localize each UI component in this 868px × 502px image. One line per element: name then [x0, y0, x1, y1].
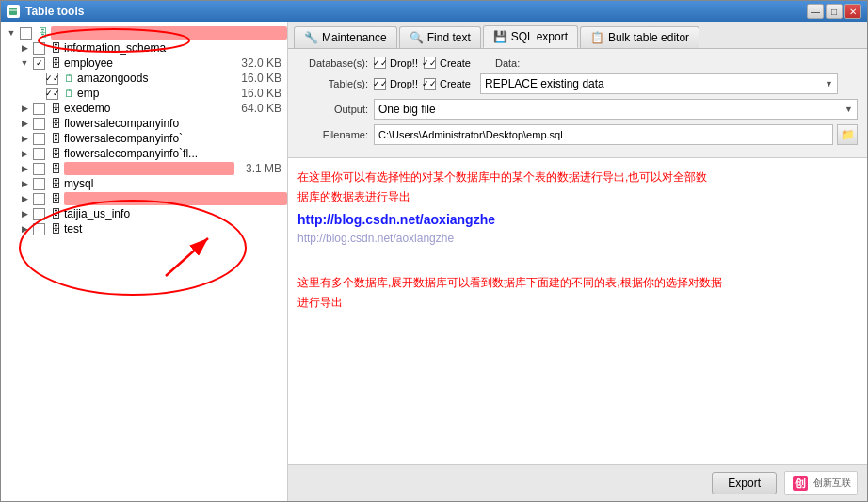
tree-item-taijia[interactable]: ▶ 🗄 taijia_us_info — [1, 206, 287, 221]
title-bar: Table tools — □ ✕ — [1, 1, 867, 22]
tree-item-fsc3[interactable]: ▶ 🗄 flowersalecompanyinfo`fl... — [1, 146, 287, 161]
filename-input-group: 📁 — [374, 124, 858, 145]
expand-icon[interactable]: ▼ — [5, 26, 18, 40]
tree-panel: ▼ 🗄 ▶ 🗄 information_schema ▼ 🗄 employee — [1, 22, 288, 501]
table-icon-amazongoods: 🗒 — [62, 72, 75, 85]
tree-checkbox-test[interactable] — [33, 223, 45, 235]
tree-checkbox-root[interactable] — [20, 27, 32, 40]
tbl-drop-group: ✓ Drop!! — [374, 78, 418, 90]
expand-icon[interactable]: ▶ — [18, 41, 31, 55]
tab-sql-export[interactable]: 💾 SQL export — [483, 25, 578, 48]
tree-label-h2 — [64, 192, 287, 205]
tree-checkbox-taijia[interactable] — [33, 208, 45, 220]
db-drop-checkbox[interactable]: ✓ — [374, 57, 386, 69]
tree-item-fsc1[interactable]: ▶ 🗄 flowersalecompanyinfo — [1, 116, 287, 131]
tree-checkbox-h1[interactable] — [33, 163, 45, 175]
db-icon-employee: 🗄 — [49, 57, 62, 70]
table-row: Table(s): ✓ Drop!! ✓ Create REPLACE exis… — [297, 73, 858, 94]
tree-checkbox-emp[interactable]: ✓ — [46, 88, 58, 100]
window-controls: — □ ✕ — [807, 4, 861, 19]
tree-checkbox-employee[interactable] — [33, 57, 45, 70]
tree-size-amazongoods: 16.0 KB — [234, 72, 281, 85]
bottom-bar: Export 创 创新互联 — [288, 464, 867, 501]
sql-export-icon: 💾 — [493, 30, 507, 43]
expand-icon-exedemo[interactable]: ▶ — [18, 102, 31, 115]
database-label: Database(s): — [297, 57, 368, 69]
output-dropdown[interactable]: One big file ▼ — [374, 99, 858, 120]
tree-label-h1 — [64, 162, 234, 175]
tbl-create-label: Create — [440, 78, 471, 89]
tree-item-test[interactable]: ▶ 🗄 test — [1, 221, 287, 236]
db-drop-label: Drop!! — [390, 57, 418, 69]
expand-icon-employee[interactable]: ▼ — [18, 57, 31, 70]
table-icon-emp: 🗒 — [62, 87, 75, 100]
tab-maintenance[interactable]: 🔧 Maintenance — [294, 26, 397, 48]
expand-icon-fsc3[interactable]: ▶ — [18, 147, 31, 160]
tree-checkbox-fsc3[interactable] — [33, 148, 45, 160]
tree-label-mysql: mysql — [64, 177, 287, 190]
expand-icon-mysql[interactable]: ▶ — [18, 177, 31, 190]
close-button[interactable]: ✕ — [844, 4, 861, 19]
data-dropdown-value: REPLACE existing data — [485, 77, 604, 90]
content-text-2: 这里有多个数据库,展开数据库可以看到数据库下面建的不同的表,根据你的选择对数据 … — [297, 273, 858, 313]
content-area: 在这里你可以有选择性的对某个数据库中的某个表的数据进行导出,也可以对全部数 据库… — [288, 158, 867, 464]
tree-checkbox-fsc1[interactable] — [33, 118, 45, 130]
dropdown-arrow-icon: ▼ — [825, 79, 833, 89]
tree-checkbox-is[interactable] — [33, 42, 45, 55]
db-create-label: Create — [440, 57, 471, 69]
tree-label-exedemo: exedemo — [64, 102, 234, 115]
db-icon-exedemo: 🗄 — [49, 102, 62, 115]
expand-icon-fsc1[interactable]: ▶ — [18, 117, 31, 130]
tree-item-emp[interactable]: ▶ ✓ 🗒 emp 16.0 KB — [1, 86, 287, 101]
main-content: ▼ 🗄 ▶ 🗄 information_schema ▼ 🗄 employee — [1, 22, 867, 501]
tree-size-emp: 16.0 KB — [234, 87, 281, 100]
tree-item-employee[interactable]: ▼ 🗄 employee 32.0 KB — [1, 56, 287, 71]
tree-checkbox-mysql[interactable] — [33, 178, 45, 190]
tree-checkbox-h2[interactable] — [33, 193, 45, 205]
tree-label-employee: employee — [64, 57, 234, 70]
tree-item-amazongoods[interactable]: ▶ ✓ 🗒 amazongoods 16.0 KB — [1, 71, 287, 86]
db-icon-fsc2: 🗄 — [49, 132, 62, 145]
browse-icon: 📁 — [841, 128, 855, 141]
content-url-faded: http://blog.csdn.net/aoxiangzhe — [297, 232, 858, 245]
expand-icon-fsc2[interactable]: ▶ — [18, 132, 31, 145]
tree-item-exedemo[interactable]: ▶ 🗄 exedemo 64.0 KB — [1, 101, 287, 116]
minimize-button[interactable]: — — [807, 4, 824, 19]
db-create-group: ✓ Create — [424, 57, 471, 69]
tree-checkbox-fsc2[interactable] — [33, 133, 45, 145]
tree-size-h1: 3.1 MB — [234, 162, 281, 175]
tbl-create-checkbox[interactable]: ✓ — [424, 78, 436, 90]
browse-button[interactable]: 📁 — [837, 124, 858, 145]
db-icon-taijia: 🗄 — [49, 207, 62, 220]
expand-icon-h2[interactable]: ▶ — [18, 192, 31, 205]
export-button[interactable]: Export — [712, 472, 777, 494]
tree-item-highlighted2[interactable]: ▶ 🗄 — [1, 191, 287, 206]
tab-bulk-table[interactable]: 📋 Bulk table editor — [580, 26, 699, 48]
tree-checkbox-amazongoods[interactable]: ✓ — [46, 73, 58, 85]
tree-item-information-schema[interactable]: ▶ 🗄 information_schema — [1, 40, 287, 56]
logo-area: 创 创新互联 — [784, 471, 858, 495]
tree-item-root[interactable]: ▼ 🗄 — [1, 25, 287, 40]
tab-find-text[interactable]: 🔍 Find text — [399, 26, 481, 48]
output-dropdown-value: One big file — [378, 103, 436, 116]
maximize-button[interactable]: □ — [826, 4, 843, 19]
expand-icon-taijia[interactable]: ▶ — [18, 207, 31, 220]
tree-item-mysql[interactable]: ▶ 🗄 mysql — [1, 176, 287, 191]
data-dropdown[interactable]: REPLACE existing data ▼ — [480, 73, 838, 94]
content-url[interactable]: http://blog.csdn.net/aoxiangzhe — [297, 209, 858, 230]
tbl-drop-checkbox[interactable]: ✓ — [374, 78, 386, 90]
db-icon-is: 🗄 — [49, 41, 62, 55]
tree-item-fsc2[interactable]: ▶ 🗄 flowersalecompanyinfo` — [1, 131, 287, 146]
tree-item-highlighted1[interactable]: ▶ 🗄 3.1 MB — [1, 161, 287, 176]
db-create-checkbox[interactable]: ✓ — [424, 57, 436, 69]
tree-checkbox-exedemo[interactable] — [33, 103, 45, 115]
filename-input[interactable] — [374, 124, 833, 145]
db-icon-fsc3: 🗄 — [49, 147, 62, 160]
window-title: Table tools — [25, 5, 84, 18]
db-icon-h2: 🗄 — [49, 192, 62, 205]
expand-icon-h1[interactable]: ▶ — [18, 162, 31, 175]
db-icon-test: 🗄 — [49, 222, 62, 235]
tree-label-fsc1: flowersalecompanyinfo — [64, 117, 287, 130]
expand-icon-test[interactable]: ▶ — [18, 222, 31, 235]
data-label: Data: — [495, 57, 520, 69]
